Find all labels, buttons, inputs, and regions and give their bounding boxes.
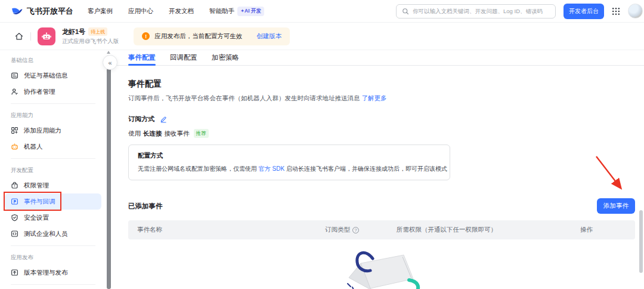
page-body: 基础信息 凭证与基础信息 协作者管理 应用能力 添加应用能力 机器人 开发配置 … (0, 50, 644, 289)
learn-more-link[interactable]: 了解更多 (361, 94, 386, 102)
added-events-header: 已添加事件 添加事件 (128, 198, 635, 214)
menu-ai-assistant[interactable]: 智能助手 ✦AI 开发 (209, 7, 264, 16)
sidebar-item-label: 权限管理 (24, 182, 49, 190)
sidebar-divider (11, 284, 95, 285)
warning-icon: ! (142, 32, 150, 40)
permissions-icon (11, 182, 18, 189)
test-org-icon (11, 230, 18, 238)
column-required-permissions: 所需权限（开通以下任一权限即可） (397, 226, 580, 234)
collaborator-icon (11, 88, 18, 96)
main-menu: 客户案例 应用中心 开发文档 智能助手 ✦AI 开发 (88, 7, 264, 16)
nav-right-group: 开发者后台 (396, 4, 636, 19)
scrollbar-up-arrow[interactable] (107, 51, 110, 54)
mode-name: 长连接 (143, 130, 162, 138)
subscription-mode-value: 使用 长连接 接收事件 推荐 (128, 129, 635, 138)
app-name: 龙虾1号 (62, 27, 85, 36)
content-scrollbar-thumb[interactable] (639, 210, 643, 273)
tab-callback-config[interactable]: 回调配置 (170, 50, 197, 65)
events-icon (11, 198, 18, 205)
sidebar-item-permissions[interactable]: 权限管理 (5, 177, 101, 193)
config-mode-card: 配置方式 无需注册公网域名或配置加密策略，仅需使用 官方 SDK 启动长连接飞书… (128, 144, 450, 180)
add-capability-icon (11, 127, 18, 134)
official-sdk-link[interactable]: 官方 SDK (259, 165, 284, 172)
developer-console-button[interactable]: 开发者后台 (564, 4, 604, 19)
event-config-content: 事件配置 订阅事件后，飞书开放平台将会在事件（如机器人入群）发生时向请求地址推送… (112, 66, 644, 289)
column-event-name: 事件名称 (137, 226, 325, 234)
banner-text: 应用发布后，当前配置方可生效 (154, 32, 242, 41)
sidebar-item-add-capability[interactable]: 添加应用能力 (5, 122, 101, 139)
config-mode-text: 无需注册公网域名或配置加密策略，仅需使用 官方 SDK 启动长连接飞书客户端，并… (138, 165, 441, 173)
page-title: 事件配置 (128, 79, 635, 90)
edit-icon[interactable] (160, 116, 167, 123)
sidebar-item-label: 测试企业和人员 (24, 230, 68, 238)
sidebar-divider (11, 245, 95, 246)
app-status-badge: 待上线 (88, 27, 107, 36)
config-text-after: 启动长连接飞书客户端，并确保连接成功后，即可开启该模式 (286, 165, 447, 172)
create-version-link[interactable]: 创建版本 (256, 32, 281, 41)
tab-event-config[interactable]: 事件配置 (128, 50, 156, 65)
sidebar-section-dev-config: 开发配置 (0, 162, 106, 177)
sidebar-item-label: 安全设置 (24, 214, 49, 222)
tab-encryption-strategy[interactable]: 加密策略 (212, 50, 239, 65)
sidebar-item-label: 事件与回调 (24, 198, 55, 206)
help-icon[interactable]: ? (352, 227, 359, 233)
added-events-title: 已添加事件 (128, 202, 163, 211)
sidebar-item-credentials[interactable]: 凭证与基础信息 (5, 67, 101, 84)
mode-prefix: 使用 (128, 130, 141, 138)
sidebar-item-version-release[interactable]: 版本管理与发布 (5, 265, 101, 281)
page-description: 订阅事件后，飞书开放平台将会在事件（如机器人入群）发生时向请求地址推送消息 了解… (128, 94, 635, 103)
column-subscription-type-label: 订阅类型 (325, 226, 350, 234)
feishu-logo-icon (11, 5, 23, 17)
sidebar-divider (11, 158, 95, 159)
menu-app-center[interactable]: 应用中心 (128, 7, 153, 16)
global-search[interactable] (396, 4, 556, 19)
add-event-button[interactable]: 添加事件 (597, 198, 635, 214)
header-divider (30, 32, 31, 41)
column-actions: 操作 (580, 226, 635, 234)
empty-state (128, 244, 640, 289)
sidebar-item-label: 添加应用能力 (24, 127, 61, 135)
search-input[interactable] (413, 8, 550, 14)
sidebar-section-basic-info: 基础信息 (0, 53, 106, 67)
app-subtitle: 正式应用@飞书个人版 (62, 38, 119, 45)
sidebar-section-capabilities: 应用能力 (0, 107, 106, 122)
shield-check-icon (11, 214, 18, 222)
sidebar-item-collaborators[interactable]: 协作者管理 (5, 84, 101, 100)
app-header-bar: 龙虾1号 待上线 正式应用@飞书个人版 ! 应用发布后，当前配置方可生效 创建版… (0, 23, 644, 50)
top-navbar: 飞书开放平台 客户案例 应用中心 开发文档 智能助手 ✦AI 开发 开发者后台 (0, 0, 644, 23)
user-avatar[interactable] (628, 4, 643, 19)
sidebar-item-label: 协作者管理 (24, 88, 55, 96)
sidebar-item-events-callbacks[interactable]: 事件与回调 (5, 193, 101, 210)
publish-warning-banner: ! 应用发布后，当前配置方可生效 创建版本 (134, 27, 290, 45)
feishu-logo[interactable]: 飞书开放平台 (11, 5, 73, 17)
menu-customer-cases[interactable]: 客户案例 (88, 7, 113, 16)
config-tabs: 事件配置 回调配置 加密策略 (112, 50, 644, 66)
sidebar-item-test-org[interactable]: 测试企业和人员 (5, 226, 101, 242)
menu-dev-docs[interactable]: 开发文档 (169, 7, 194, 16)
credentials-icon (11, 72, 18, 79)
sidebar-item-label: 机器人 (24, 143, 43, 151)
scrollbar-thumb[interactable] (107, 56, 111, 289)
app-icon (38, 27, 55, 45)
sidebar-item-bot[interactable]: 机器人 (5, 139, 101, 155)
app-meta: 龙虾1号 待上线 正式应用@飞书个人版 (62, 27, 119, 45)
mode-suffix: 接收事件 (165, 130, 190, 138)
empty-box-illustration (339, 244, 429, 289)
subscription-mode-title: 订阅方式 (128, 115, 154, 124)
events-table-header: 事件名称 订阅类型 ? 所需权限（开通以下任一权限即可） 操作 (128, 220, 635, 239)
sidebar-section-release: 应用发布 (0, 250, 106, 265)
release-icon (11, 269, 18, 276)
sidebar-item-security[interactable]: 安全设置 (5, 210, 101, 226)
search-icon (402, 8, 409, 15)
description-text: 订阅事件后，飞书开放平台将会在事件（如机器人入群）发生时向请求地址推送消息 (128, 94, 360, 102)
sidebar-divider (11, 103, 95, 104)
home-icon[interactable] (14, 32, 24, 41)
app-grid-icon[interactable] (612, 7, 620, 16)
column-subscription-type: 订阅类型 ? (325, 226, 397, 234)
sidebar-collapse-button[interactable]: « (103, 55, 117, 70)
menu-ai-assistant-label: 智能助手 (209, 7, 234, 16)
sidebar-item-label: 版本管理与发布 (24, 269, 68, 277)
brand-title: 飞书开放平台 (27, 6, 73, 17)
sidebar: 基础信息 凭证与基础信息 协作者管理 应用能力 添加应用能力 机器人 开发配置 … (0, 50, 106, 289)
subscription-mode-header: 订阅方式 (128, 115, 635, 124)
